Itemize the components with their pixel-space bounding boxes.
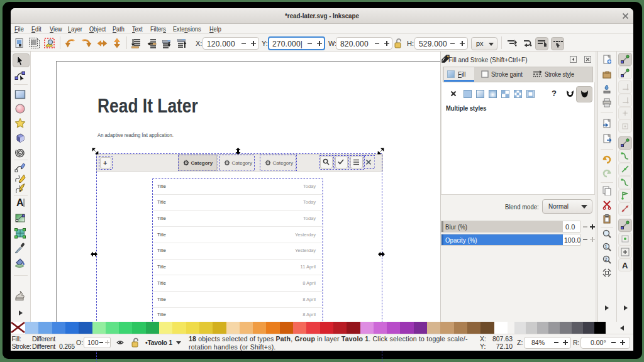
svg-text:1: 1 (604, 244, 607, 249)
svg-text:2: 2 (604, 257, 607, 261)
svg-text:A: A (16, 197, 24, 208)
svg-text:A: A (622, 261, 628, 270)
